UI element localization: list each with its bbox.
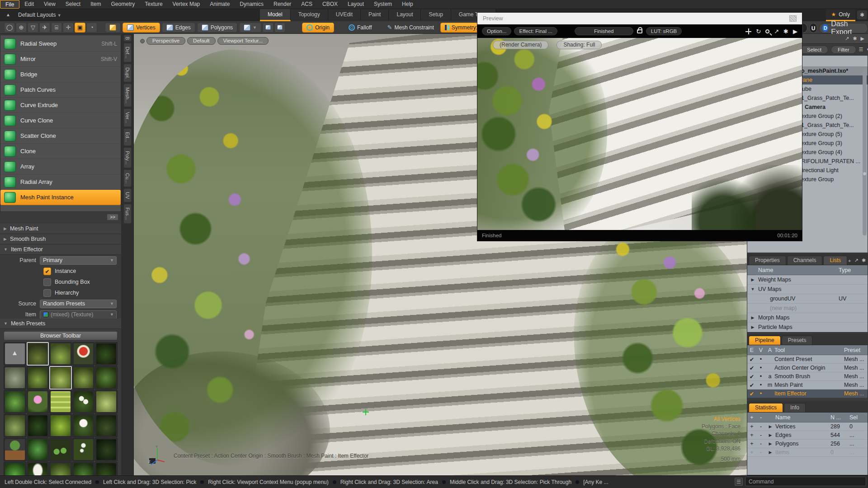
side-tab-def[interactable]: Def...: [123, 43, 132, 62]
preset-thumb-dark-foliage[interactable]: [95, 342, 118, 366]
visibility-dot-icon[interactable]: •: [756, 356, 765, 362]
menu-item-dynamics[interactable]: Dynamics: [235, 0, 269, 9]
action-center-origin-button[interactable]: Origin: [302, 23, 334, 33]
menu-item-help[interactable]: Help: [397, 0, 418, 9]
preset-thumb-clover[interactable]: [95, 366, 118, 389]
tab-presets[interactable]: Presets: [782, 336, 813, 345]
side-tab-fus[interactable]: Fus...: [123, 204, 132, 224]
side-tab-poly[interactable]: Poly...: [123, 147, 132, 168]
command-input[interactable]: [745, 477, 866, 486]
viewport-tab-perspective[interactable]: Perspective: [146, 37, 185, 45]
side-tab-b[interactable]: B: [123, 35, 132, 42]
preset-thumb-dark-foliage[interactable]: [95, 462, 118, 475]
pipeline-row[interactable]: ✔•Action Center OriginMesh ...: [747, 364, 868, 372]
section-smooth-brush[interactable]: ▶Smooth Brush: [0, 234, 121, 244]
shading-button[interactable]: Shading: Full: [557, 41, 602, 49]
vertex-map-row[interactable]: ▶Morph Maps: [747, 313, 868, 323]
preview-titlebar[interactable]: Preview: [477, 13, 802, 24]
tool-radial-sweep[interactable]: Radial SweepShift-L: [0, 36, 121, 52]
side-tab-ed[interactable]: Ed...: [123, 128, 132, 146]
snap-options-icon[interactable]: [274, 23, 285, 33]
preview-progress-button[interactable]: Finished: [575, 27, 633, 35]
tab-paint[interactable]: Paint: [361, 9, 389, 21]
enable-check-icon[interactable]: ✔: [747, 365, 756, 371]
vertex-map-row[interactable]: ▶Weight Maps: [747, 275, 868, 285]
gear-icon[interactable]: ✱: [853, 36, 857, 42]
close-icon[interactable]: [789, 15, 797, 22]
preset-thumb-green-plant[interactable]: [4, 462, 26, 475]
mode-edges-button[interactable]: Edges: [162, 23, 195, 33]
add-tab-icon[interactable]: +: [848, 258, 851, 263]
preset-thumb-moss[interactable]: [49, 414, 72, 437]
enable-check-icon[interactable]: ✔: [747, 373, 756, 380]
expand-arrow-icon[interactable]: ▶: [765, 433, 775, 437]
grow-selection-icon[interactable]: +: [747, 441, 756, 447]
capsule-tool-icon[interactable]: ▣: [75, 23, 85, 33]
preview-lut-button[interactable]: LUT: sRGB: [646, 27, 682, 35]
tool-patch-curves[interactable]: Patch Curves: [0, 82, 121, 98]
expand-icon[interactable]: ↗: [845, 36, 849, 42]
statistics-row[interactable]: +-▶Vertices2890: [747, 422, 868, 431]
app-link-icon[interactable]: [803, 23, 807, 33]
preview-effect-button[interactable]: Effect: Final ...: [514, 27, 557, 35]
gear-icon[interactable]: ✱: [862, 258, 866, 263]
preset-thumb-flower-tray[interactable]: [49, 390, 72, 413]
menu-item-animate[interactable]: Animate: [205, 0, 235, 9]
pipeline-row[interactable]: ✔•Content PresetMesh ...: [747, 355, 868, 364]
expand-icon[interactable]: ↗: [774, 28, 779, 35]
vertex-map-row[interactable]: groundUVUV: [747, 294, 868, 304]
preset-thumb-fern[interactable]: [72, 462, 95, 475]
sphere-tool-icon[interactable]: ⊕: [16, 23, 27, 33]
shrink-selection-icon[interactable]: -: [756, 441, 765, 447]
render-camera-button[interactable]: (Render Camera): [493, 41, 548, 49]
preset-thumb-broad-leaf[interactable]: [27, 438, 49, 461]
preset-thumb-light-grass[interactable]: [95, 390, 118, 413]
tab-setup[interactable]: Setup: [421, 9, 451, 21]
pie-tool-icon[interactable]: ◔: [86, 23, 97, 33]
tool-scatter-clone[interactable]: Scatter Clone: [0, 128, 121, 144]
preset-thumb-white-flowers[interactable]: [72, 390, 95, 413]
side-tab-uv[interactable]: UV: [123, 188, 132, 202]
preset-thumb-grass[interactable]: [49, 342, 72, 366]
filter-button[interactable]: Filter: [831, 46, 856, 54]
tool-mesh-paint-instance[interactable]: Mesh Paint Instance: [0, 190, 121, 205]
preset-thumb-dark-grass[interactable]: [95, 414, 118, 437]
enable-check-icon[interactable]: ✔: [747, 390, 756, 397]
side-tab-mesh[interactable]: Mesh...: [123, 84, 132, 107]
tool-mirror[interactable]: MirrorShift-V: [0, 52, 121, 67]
preset-thumb-potted-plant[interactable]: [4, 438, 26, 461]
play-icon[interactable]: ▶: [793, 28, 797, 35]
menu-item-render[interactable]: Render: [269, 0, 296, 9]
preset-thumb-grass-blades[interactable]: [49, 462, 72, 475]
expand-arrow-icon[interactable]: ▶: [765, 450, 775, 455]
menu-item-vertex-map[interactable]: Vertex Map: [168, 0, 205, 9]
preset-thumb-calla-lily[interactable]: [27, 462, 49, 475]
menu-item-geometry[interactable]: Geometry: [106, 0, 140, 9]
tab-layout[interactable]: Layout: [389, 9, 421, 21]
menu-item-item[interactable]: Item: [85, 0, 106, 9]
tab-info[interactable]: Info: [784, 403, 806, 412]
tube-tool-icon[interactable]: ⌸: [51, 23, 62, 33]
select-button[interactable]: Select: [800, 46, 828, 54]
enable-check-icon[interactable]: ✔: [747, 382, 756, 389]
expand-arrow-icon[interactable]: ▶: [747, 325, 758, 329]
checkbox[interactable]: [43, 278, 51, 286]
pipeline-row[interactable]: ✔•aSmooth BrushMesh ...: [747, 372, 868, 381]
preset-thumb-leafy-plant[interactable]: [4, 390, 26, 413]
more-tools-button[interactable]: >>: [107, 214, 118, 221]
gear-icon[interactable]: ✱: [857, 10, 867, 19]
unreal-engine-icon[interactable]: U: [809, 23, 817, 33]
side-tab-cu[interactable]: Cu...: [123, 169, 132, 187]
enable-check-icon[interactable]: ✔: [747, 356, 756, 363]
section-item-effector[interactable]: ▼Item Effector: [0, 244, 121, 255]
expand-arrow-icon[interactable]: ▶: [765, 424, 775, 429]
chevron-right-icon[interactable]: ▶: [861, 36, 864, 42]
section-mesh-presets[interactable]: ▼Mesh Presets: [0, 319, 121, 329]
ellipse-tool-icon[interactable]: ◯: [4, 23, 15, 33]
preset-thumb-pink-flower[interactable]: [27, 390, 49, 413]
tool-array[interactable]: Array: [0, 159, 121, 174]
mode-vertices-button[interactable]: Vertices: [123, 23, 160, 33]
preset-thumb-dry-grass[interactable]: [27, 342, 49, 366]
expand-arrow-icon[interactable]: ▼: [747, 287, 758, 291]
funnel-icon[interactable]: ▼: [866, 47, 868, 52]
